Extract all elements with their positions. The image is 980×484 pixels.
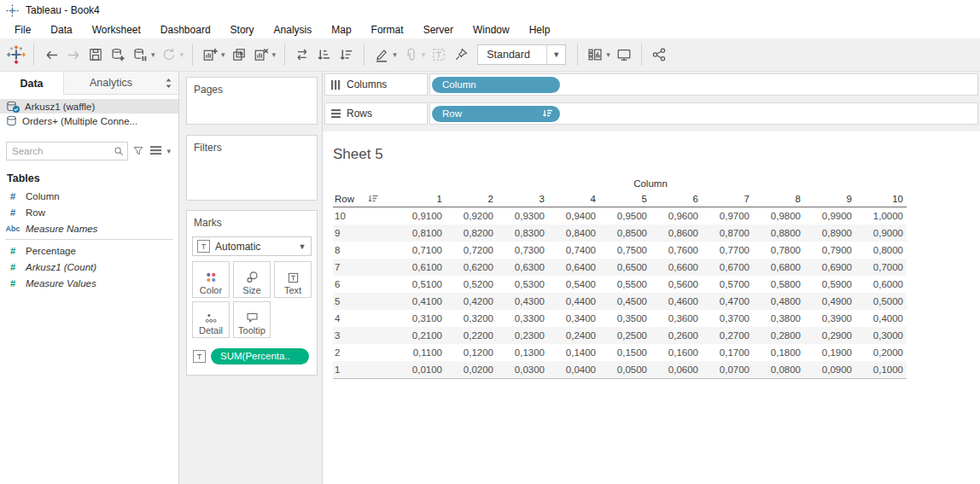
value-cell[interactable]: 0,9400 bbox=[548, 207, 599, 225]
value-cell[interactable]: 0,8400 bbox=[548, 225, 599, 242]
value-cell[interactable]: 0,8600 bbox=[650, 225, 702, 242]
value-cell[interactable]: 0,0900 bbox=[804, 361, 855, 378]
value-cell[interactable]: 0,6600 bbox=[650, 259, 702, 276]
value-cell[interactable]: 0,5400 bbox=[548, 276, 599, 293]
value-cell[interactable]: 0,7400 bbox=[548, 242, 599, 259]
value-cell[interactable]: 0,3100 bbox=[394, 310, 446, 327]
clear-sheet-icon[interactable] bbox=[250, 43, 272, 67]
tableau-logo-icon[interactable] bbox=[5, 43, 27, 67]
value-cell[interactable]: 0,8900 bbox=[804, 225, 855, 242]
view-data-grid-icon[interactable] bbox=[149, 146, 164, 157]
column-header-cell[interactable]: 1 bbox=[394, 191, 446, 207]
value-cell[interactable]: 0,4200 bbox=[446, 293, 497, 310]
pause-datasource-icon[interactable] bbox=[129, 43, 151, 67]
new-worksheet-icon[interactable] bbox=[199, 43, 221, 67]
field-row[interactable]: #Row bbox=[0, 204, 178, 220]
value-cell[interactable]: 0,3900 bbox=[804, 310, 855, 327]
menu-help[interactable]: Help bbox=[522, 22, 563, 38]
column-header-cell[interactable]: 4 bbox=[548, 191, 599, 207]
show-hide-cards-icon[interactable] bbox=[584, 43, 606, 67]
value-cell[interactable]: 0,1700 bbox=[702, 344, 753, 361]
value-cell[interactable]: 0,2500 bbox=[599, 327, 650, 344]
color-button[interactable]: Color bbox=[192, 261, 230, 298]
value-cell[interactable]: 0,0100 bbox=[394, 361, 446, 378]
search-input[interactable]: Search bbox=[6, 142, 128, 160]
value-cell[interactable]: 0,3800 bbox=[753, 310, 804, 327]
value-cell[interactable]: 0,7600 bbox=[650, 242, 702, 259]
value-cell[interactable]: 0,9500 bbox=[599, 207, 650, 225]
tab-analytics[interactable]: Analytics bbox=[63, 72, 158, 95]
value-cell[interactable]: 0,4300 bbox=[497, 293, 548, 310]
column-header-cell[interactable]: 8 bbox=[753, 191, 804, 207]
duplicate-icon[interactable] bbox=[228, 43, 250, 67]
tooltip-button[interactable]: Tooltip bbox=[233, 301, 271, 338]
value-cell[interactable]: 0,7500 bbox=[599, 242, 650, 259]
column-header-cell[interactable]: 6 bbox=[650, 191, 702, 207]
value-cell[interactable]: 0,7200 bbox=[446, 242, 497, 259]
value-cell[interactable]: 0,0300 bbox=[497, 361, 548, 378]
new-worksheet-caret-icon[interactable]: ▾ bbox=[221, 51, 225, 59]
field-arkusz1-count-[interactable]: #Arkusz1 (Count) bbox=[0, 259, 178, 275]
data-source-item[interactable]: Orders+ (Multiple Conne... bbox=[0, 114, 178, 128]
value-cell[interactable]: 0,8100 bbox=[394, 225, 446, 242]
value-cell[interactable]: 0,5600 bbox=[650, 276, 702, 293]
presentation-mode-icon[interactable] bbox=[613, 43, 635, 67]
value-cell[interactable]: 0,9300 bbox=[497, 207, 548, 225]
row-header-cell[interactable]: 4 bbox=[333, 310, 394, 327]
value-cell[interactable]: 0,4100 bbox=[394, 293, 446, 310]
value-cell[interactable]: 0,3200 bbox=[446, 310, 497, 327]
value-cell[interactable]: 0,6100 bbox=[394, 259, 446, 276]
value-cell[interactable]: 0,1200 bbox=[446, 344, 497, 361]
value-cell[interactable]: 0,4900 bbox=[804, 293, 855, 310]
value-cell[interactable]: 0,1300 bbox=[497, 344, 548, 361]
value-cell[interactable]: 0,2000 bbox=[855, 344, 907, 361]
column-header-cell[interactable]: 3 bbox=[497, 191, 548, 207]
column-dimension-header[interactable]: Column bbox=[394, 177, 907, 191]
menu-story[interactable]: Story bbox=[223, 22, 266, 38]
value-cell[interactable]: 0,7300 bbox=[497, 242, 548, 259]
row-header-cell[interactable]: 2 bbox=[333, 344, 394, 361]
value-cell[interactable]: 0,9800 bbox=[753, 207, 804, 225]
value-cell[interactable]: 0,5200 bbox=[446, 276, 497, 293]
value-cell[interactable]: 0,3500 bbox=[599, 310, 650, 327]
value-cell[interactable]: 0,4400 bbox=[548, 293, 599, 310]
sort-descending-icon[interactable] bbox=[335, 43, 358, 67]
share-icon[interactable] bbox=[648, 43, 670, 67]
fit-selector-caret-icon[interactable]: ▼ bbox=[546, 45, 565, 64]
mark-type-caret-icon[interactable]: ▼ bbox=[294, 237, 311, 255]
column-header-cell[interactable]: 2 bbox=[446, 191, 497, 207]
menu-data[interactable]: Data bbox=[43, 22, 84, 38]
value-cell[interactable]: 0,8000 bbox=[855, 242, 907, 259]
field-measure-names[interactable]: AbcMeasure Names bbox=[0, 220, 178, 236]
value-cell[interactable]: 0,9900 bbox=[804, 207, 855, 225]
row-header-cell[interactable]: 5 bbox=[333, 293, 394, 310]
filters-shelf[interactable]: Filters bbox=[186, 135, 318, 201]
row-header-cell[interactable]: 6 bbox=[333, 276, 394, 293]
highlight-caret-icon[interactable]: ▾ bbox=[393, 51, 397, 59]
fit-selector[interactable]: Standard▼ bbox=[477, 44, 566, 65]
clear-sheet-caret-icon[interactable]: ▾ bbox=[272, 51, 277, 59]
value-cell[interactable]: 0,5000 bbox=[855, 293, 907, 310]
sort-ascending-icon[interactable] bbox=[313, 43, 335, 67]
value-cell[interactable]: 0,3600 bbox=[650, 310, 702, 327]
value-cell[interactable]: 0,5900 bbox=[804, 276, 855, 293]
menu-worksheet[interactable]: Worksheet bbox=[85, 22, 153, 38]
value-cell[interactable]: 0,1900 bbox=[804, 344, 855, 361]
value-cell[interactable]: 0,4700 bbox=[702, 293, 753, 310]
add-datasource-icon[interactable] bbox=[107, 43, 129, 67]
value-cell[interactable]: 0,9000 bbox=[855, 225, 907, 242]
sort-descending-header-icon[interactable] bbox=[368, 195, 379, 203]
row-header-cell[interactable]: 3 bbox=[333, 327, 394, 344]
value-cell[interactable]: 0,9600 bbox=[650, 207, 702, 225]
size-button[interactable]: Size bbox=[233, 261, 271, 298]
rows-pill-row[interactable]: Row bbox=[432, 106, 560, 122]
mark-type-dropdown[interactable]: T Automatic ▼ bbox=[192, 236, 312, 256]
value-cell[interactable]: 0,1100 bbox=[394, 344, 446, 361]
panel-expand-icon[interactable] bbox=[158, 72, 178, 95]
value-cell[interactable]: 0,5500 bbox=[599, 276, 650, 293]
value-cell[interactable]: 0,3700 bbox=[702, 310, 753, 327]
value-cell[interactable]: 0,8700 bbox=[702, 225, 753, 242]
pages-shelf[interactable]: Pages bbox=[186, 77, 318, 125]
swap-rows-columns-icon[interactable] bbox=[291, 43, 313, 67]
value-cell[interactable]: 0,4000 bbox=[855, 310, 907, 327]
